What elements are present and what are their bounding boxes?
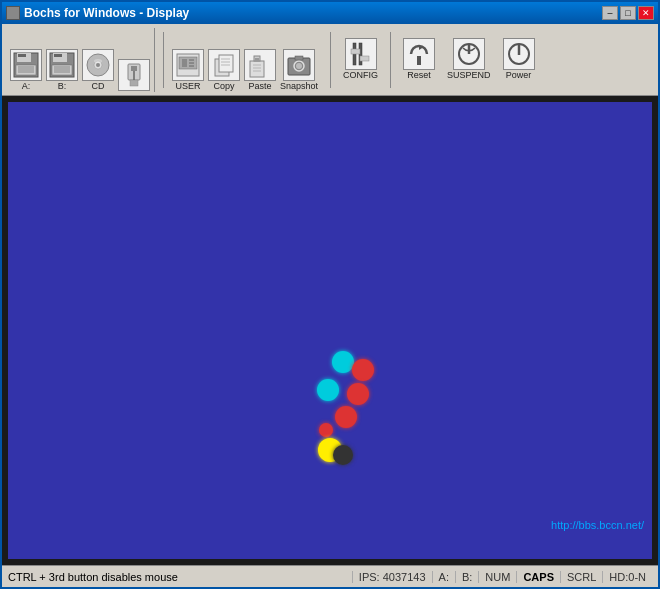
user-icon — [172, 49, 204, 81]
svg-rect-20 — [182, 59, 187, 67]
window-title: Bochs for Windows - Display — [24, 6, 189, 20]
cd-button[interactable]: CD — [82, 49, 114, 92]
status-ctrl-text: CTRL + 3rd button disables mouse — [8, 571, 352, 583]
display-dot — [347, 383, 369, 405]
svg-rect-4 — [18, 66, 34, 73]
reset-button[interactable]: Reset — [403, 38, 435, 81]
power-icon — [503, 38, 535, 70]
title-bar: Bochs for Windows - Display – □ ✕ — [2, 2, 658, 24]
status-hd: HD:0-N — [602, 571, 652, 583]
sep1 — [163, 32, 164, 88]
svg-rect-29 — [250, 61, 264, 77]
user-label: USER — [175, 82, 200, 92]
user-button[interactable]: USER — [172, 49, 204, 92]
svg-rect-2 — [18, 54, 26, 57]
copy-label: Copy — [213, 82, 234, 92]
toolbar: A: B: — [2, 24, 658, 96]
status-num: NUM — [478, 571, 516, 583]
status-b: B: — [455, 571, 478, 583]
paste-button[interactable]: Paste — [244, 49, 276, 92]
svg-rect-31 — [255, 58, 259, 61]
usb-button[interactable] — [118, 59, 150, 92]
svg-rect-43 — [417, 56, 421, 65]
svg-rect-25 — [219, 55, 233, 72]
drives-group: A: B: — [10, 28, 155, 92]
floppy-b-label: B: — [58, 82, 67, 92]
display-dot — [332, 351, 354, 373]
display-dot — [319, 423, 333, 437]
config-icon — [345, 38, 377, 70]
reset-label: Reset — [407, 71, 431, 81]
status-bar: CTRL + 3rd button disables mouse IPS: 40… — [2, 565, 658, 587]
floppy-b-button[interactable]: B: — [46, 49, 78, 92]
display-dot — [352, 359, 374, 381]
minimize-button[interactable]: – — [602, 6, 618, 20]
paste-label: Paste — [248, 82, 271, 92]
config-button[interactable]: CONFIG — [343, 38, 378, 81]
power-button[interactable]: Power — [503, 38, 535, 81]
window-icon — [6, 6, 20, 20]
status-a: A: — [432, 571, 455, 583]
snapshot-icon — [283, 49, 315, 81]
copy-button[interactable]: Copy — [208, 49, 240, 92]
floppy-a-label: A: — [22, 82, 31, 92]
cd-icon — [82, 49, 114, 81]
svg-rect-38 — [295, 56, 303, 60]
display-dot — [317, 379, 339, 401]
svg-rect-9 — [54, 66, 70, 73]
floppy-a-button[interactable]: A: — [10, 49, 42, 92]
snapshot-label: Snapshot — [280, 82, 318, 92]
svg-rect-16 — [130, 80, 138, 86]
power-label: Power — [506, 71, 532, 81]
sep3 — [390, 32, 391, 88]
actions-group: USER Copy — [172, 28, 322, 92]
reset-icon — [403, 38, 435, 70]
status-ips: IPS: 4037143 — [352, 571, 432, 583]
svg-point-13 — [94, 59, 102, 63]
suspend-label: SUSPEND — [447, 71, 491, 81]
floppy-b-icon — [46, 49, 78, 81]
copy-icon — [208, 49, 240, 81]
svg-rect-41 — [351, 49, 360, 54]
svg-rect-42 — [360, 56, 369, 61]
config-label: CONFIG — [343, 71, 378, 81]
maximize-button[interactable]: □ — [620, 6, 636, 20]
display-dot — [333, 445, 353, 465]
title-controls: – □ ✕ — [602, 6, 654, 20]
main-window: Bochs for Windows - Display – □ ✕ — [0, 0, 660, 589]
snapshot-button[interactable]: Snapshot — [280, 49, 318, 92]
svg-point-12 — [96, 63, 100, 67]
svg-rect-7 — [54, 54, 62, 57]
status-caps: CAPS — [516, 571, 560, 583]
usb-icon — [118, 59, 150, 91]
status-scrl: SCRL — [560, 571, 602, 583]
close-button[interactable]: ✕ — [638, 6, 654, 20]
display-area[interactable]: http://bbs.bccn.net/ — [2, 96, 658, 565]
sep2 — [330, 32, 331, 88]
svg-point-37 — [296, 63, 302, 69]
svg-rect-15 — [131, 66, 137, 71]
display-dot — [335, 406, 357, 428]
cd-label: CD — [92, 82, 105, 92]
suspend-button[interactable]: SUSPEND — [447, 38, 491, 81]
url-overlay: http://bbs.bccn.net/ — [551, 519, 644, 531]
paste-icon — [244, 49, 276, 81]
suspend-icon — [453, 38, 485, 70]
svg-rect-19 — [179, 57, 197, 69]
floppy-a-icon — [10, 49, 42, 81]
